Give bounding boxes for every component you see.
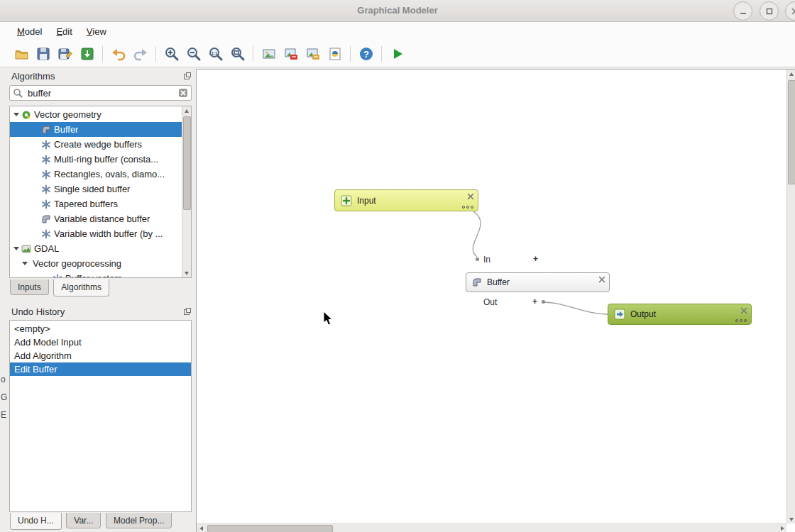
expand-links-icon[interactable] (735, 319, 747, 322)
node-input-label: Input (357, 196, 376, 206)
buffer-icon (41, 214, 51, 224)
tree-item-variable-width-buffer[interactable]: Variable width buffer (by ... (10, 226, 182, 241)
scroll-up-button[interactable] (182, 106, 191, 115)
scroll-up-button[interactable] (787, 70, 795, 78)
zoom-out-button[interactable] (182, 43, 204, 65)
save-model-as-button[interactable] (54, 43, 76, 65)
algorithm-icon (41, 140, 51, 150)
node-buffer[interactable]: Buffer (466, 272, 610, 292)
close-icon (791, 8, 795, 15)
tree-item-buffer-vectors[interactable]: Buffer vectors (10, 271, 182, 277)
expand-links-icon[interactable] (462, 206, 473, 209)
redo-button[interactable] (129, 43, 151, 65)
tree-group-vector-geoprocessing[interactable]: Vector geoprocessing (10, 256, 182, 271)
zoom-actual-button[interactable]: 1:1 (204, 43, 226, 65)
tree-scrollbar-thumb[interactable] (183, 116, 191, 210)
undo-button[interactable] (107, 43, 129, 65)
algorithm-icon (53, 274, 62, 278)
tree-scrollbar[interactable] (182, 106, 191, 277)
tree-group-gdal[interactable]: GDAL (10, 241, 182, 256)
undo-item-edit-buffer[interactable]: Edit Buffer (10, 362, 191, 376)
chevron-down-icon[interactable] (13, 113, 19, 119)
undo-history-header: Undo History (11, 305, 192, 318)
out-socket-expand[interactable]: + (532, 297, 537, 306)
chevron-down-icon[interactable] (13, 247, 19, 253)
save-model-button[interactable] (32, 43, 54, 65)
tab-inputs[interactable]: Inputs (10, 279, 49, 295)
dock-float-icon[interactable] (183, 72, 192, 80)
search-icon (13, 88, 23, 98)
run-model-button[interactable] (386, 43, 408, 65)
add-input-icon (341, 195, 352, 206)
toolbar-separator (155, 46, 156, 62)
maximize-button[interactable] (760, 1, 779, 21)
open-model-button[interactable] (10, 43, 32, 65)
model-canvas[interactable]: Input In + Buffer Out + Output (196, 69, 795, 532)
save-in-project-button[interactable] (76, 43, 98, 65)
algorithm-icon (41, 170, 51, 179)
chevron-down-icon[interactable] (22, 262, 28, 268)
titlebar[interactable]: Graphical Modeler (0, 0, 795, 22)
delete-node-icon[interactable] (740, 307, 747, 314)
dock-float-icon[interactable] (183, 307, 192, 316)
scroll-down-button[interactable] (787, 515, 795, 523)
save-icon (35, 46, 51, 62)
tree-item-rectangles-ovals[interactable]: Rectangles, ovals, diamo... (10, 167, 182, 182)
menu-model[interactable]: Model (10, 24, 49, 39)
undo-item-add-algorithm[interactable]: Add Algorithm (10, 349, 191, 362)
help-button[interactable]: ? (355, 43, 377, 65)
algorithms-tree: Vector geometry Buffer Create wedge buff… (9, 106, 192, 278)
tree-item-tapered-buffers[interactable]: Tapered buffers (10, 196, 182, 211)
scroll-left-button[interactable] (197, 524, 205, 532)
zoom-in-button[interactable] (160, 43, 182, 65)
tree-group-vector-geometry[interactable]: Vector geometry (10, 107, 182, 122)
tree-item-create-wedge-buffers[interactable]: Create wedge buffers (10, 137, 182, 152)
canvas-horizontal-scrollbar[interactable] (197, 523, 786, 532)
vertical-scrollbar-thumb[interactable] (788, 80, 795, 184)
toolbar: 1:1 (0, 40, 795, 67)
in-socket-dot[interactable] (476, 257, 479, 261)
gdal-icon (21, 244, 31, 254)
tree-item-variable-distance-buffer[interactable]: Variable distance buffer (10, 211, 182, 226)
menu-edit[interactable]: Edit (49, 24, 79, 39)
tree-item-single-sided-buffer[interactable]: Single sided buffer (10, 182, 182, 196)
run-icon (390, 46, 405, 62)
in-socket-expand[interactable]: + (533, 254, 538, 264)
export-image-button[interactable] (258, 43, 280, 65)
node-output[interactable]: Output (608, 304, 752, 325)
tree-item-multi-ring-buffer[interactable]: Multi-ring buffer (consta... (10, 152, 182, 167)
undo-item-add-model-input[interactable]: Add Model Input (10, 336, 191, 349)
undo-item-empty[interactable]: <empty> (10, 322, 191, 336)
export-image-icon (261, 46, 277, 62)
out-socket-dot[interactable] (542, 300, 545, 304)
delete-node-icon[interactable] (598, 276, 605, 283)
background-text-fragment: o (1, 375, 6, 384)
window-title: Graphical Modeler (0, 0, 795, 21)
scroll-right-button[interactable] (778, 524, 786, 532)
export-svg-button[interactable] (302, 43, 324, 65)
out-socket-label: Out (483, 297, 497, 307)
tree-item-buffer[interactable]: Buffer (10, 122, 182, 137)
scroll-down-button[interactable] (182, 269, 191, 277)
clear-search-icon[interactable] (178, 88, 188, 98)
delete-node-icon[interactable] (467, 193, 474, 200)
canvas-vertical-scrollbar[interactable] (786, 70, 795, 523)
dock-tabbar-top: Inputs Algorithms (10, 279, 111, 297)
node-output-label: Output (630, 309, 656, 319)
tab-undo-history[interactable]: Undo H... (10, 513, 62, 530)
export-script-button[interactable] (324, 43, 346, 65)
algorithm-icon (41, 155, 51, 165)
zoom-full-button[interactable] (226, 43, 248, 65)
tab-variables[interactable]: Var... (66, 513, 101, 528)
horizontal-scrollbar-thumb[interactable] (207, 525, 333, 532)
minimize-button[interactable] (733, 1, 752, 21)
export-pdf-button[interactable] (280, 43, 302, 65)
node-input[interactable]: Input (334, 189, 478, 211)
algorithms-panel-header: Algorithms (11, 70, 192, 82)
search-input[interactable] (26, 87, 178, 99)
tab-model-properties[interactable]: Model Prop... (106, 513, 172, 528)
tab-algorithms[interactable]: Algorithms (53, 279, 109, 297)
svg-text:?: ? (363, 48, 369, 59)
menu-view[interactable]: View (80, 24, 114, 39)
undo-icon (111, 46, 126, 62)
